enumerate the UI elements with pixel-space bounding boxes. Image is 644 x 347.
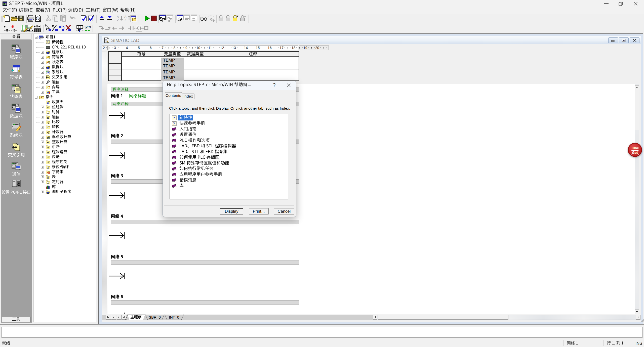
svg-text:Z: Z (124, 18, 126, 22)
svg-text:+1: +1 (47, 132, 49, 134)
svg-text:A: A (117, 15, 119, 19)
svg-text:?: ? (173, 122, 175, 125)
svg-text:?: ? (47, 41, 49, 44)
svg-text:?: ? (173, 116, 175, 120)
svg-text:A: A (124, 15, 127, 19)
svg-text:Z: Z (117, 18, 119, 22)
svg-text:±R: ±R (47, 137, 50, 139)
svg-text:sym: sym (84, 25, 91, 29)
svg-text:AB: AB (47, 171, 50, 174)
svg-text:±I: ±I (47, 142, 49, 144)
